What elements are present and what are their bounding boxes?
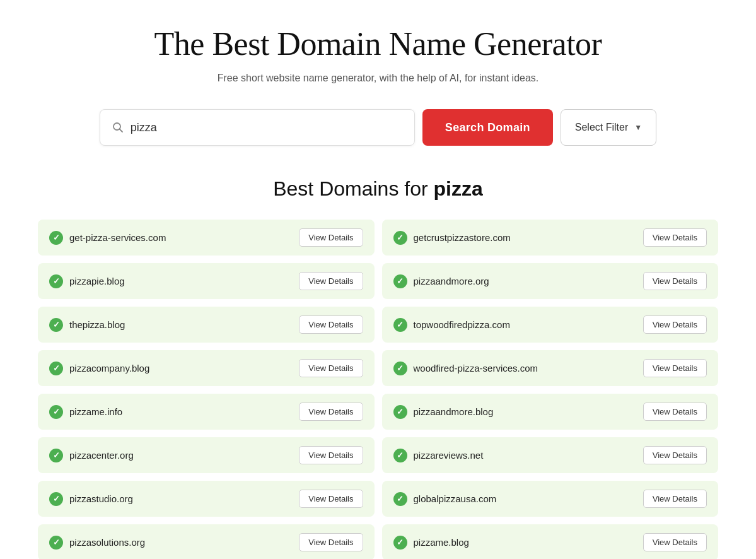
view-details-button[interactable]: View Details [643, 228, 707, 247]
domain-left: thepizza.blog [49, 318, 125, 332]
view-details-button[interactable]: View Details [299, 228, 363, 247]
view-details-button[interactable]: View Details [643, 315, 707, 334]
domain-name: pizzame.info [69, 406, 122, 417]
domain-row: pizzasolutions.org View Details [38, 524, 375, 559]
available-icon [49, 274, 63, 288]
filter-label: Select Filter [575, 122, 628, 133]
domain-left: pizzame.blog [393, 536, 469, 550]
domain-row: woodfired-pizza-services.com View Detail… [382, 350, 719, 386]
domain-row: pizzame.info View Details [38, 394, 375, 430]
view-details-button[interactable]: View Details [643, 272, 707, 290]
domain-left: pizzacenter.org [49, 449, 134, 462]
view-details-button[interactable]: View Details [299, 359, 363, 377]
domain-name: topwoodfiredpizza.com [414, 319, 510, 330]
available-icon [49, 492, 63, 506]
view-details-button[interactable]: View Details [299, 272, 363, 290]
domain-row: pizzapie.blog View Details [38, 263, 375, 299]
domain-left: globalpizzausa.com [393, 492, 497, 506]
domain-row: pizzame.blog View Details [382, 524, 719, 559]
search-input[interactable] [131, 121, 403, 134]
domain-name: pizzacompany.blog [69, 363, 149, 374]
domain-left: pizzastudio.org [49, 492, 133, 506]
domain-name: getcrustpizzastore.com [414, 232, 511, 243]
svg-line-1 [119, 129, 122, 132]
search-domain-button[interactable]: Search Domain [422, 109, 553, 146]
domain-name: get-pizza-services.com [69, 232, 166, 243]
search-section: Search Domain Select Filter ▼ [38, 109, 718, 146]
view-details-button[interactable]: View Details [299, 446, 363, 464]
domain-row: thepizza.blog View Details [38, 307, 375, 343]
domain-row: get-pizza-services.com View Details [38, 220, 375, 256]
domain-left: woodfired-pizza-services.com [393, 362, 538, 375]
domain-row: pizzaandmore.blog View Details [382, 394, 719, 430]
domains-grid: get-pizza-services.com View Details getc… [38, 220, 718, 559]
search-icon [112, 121, 124, 134]
domain-name: pizzastudio.org [69, 493, 133, 504]
filter-button[interactable]: Select Filter ▼ [561, 109, 656, 146]
domain-name: pizzareviews.net [414, 450, 484, 461]
domain-left: topwoodfiredpizza.com [393, 318, 510, 332]
view-details-button[interactable]: View Details [643, 490, 707, 508]
available-icon [393, 362, 407, 375]
available-icon [393, 449, 407, 462]
domain-left: pizzaandmore.blog [393, 405, 494, 419]
domain-name: pizzacenter.org [69, 450, 134, 461]
domain-row: getcrustpizzastore.com View Details [382, 220, 719, 256]
domain-row: pizzacompany.blog View Details [38, 350, 375, 386]
domain-row: pizzareviews.net View Details [382, 437, 719, 473]
domain-name: woodfired-pizza-services.com [414, 363, 538, 374]
domain-left: pizzacompany.blog [49, 362, 149, 375]
domain-left: pizzasolutions.org [49, 536, 145, 550]
domain-row: pizzaandmore.org View Details [382, 263, 719, 299]
available-icon [49, 536, 63, 550]
available-icon [393, 405, 407, 419]
available-icon [49, 449, 63, 462]
view-details-button[interactable]: View Details [643, 359, 707, 377]
domain-name: thepizza.blog [69, 319, 125, 330]
domain-row: globalpizzausa.com View Details [382, 481, 719, 517]
hero-subtitle: Free short website name generator, with … [38, 73, 718, 84]
page-title: The Best Domain Name Generator [38, 25, 718, 62]
domain-row: pizzacenter.org View Details [38, 437, 375, 473]
available-icon [393, 231, 407, 245]
domain-name: pizzaandmore.org [414, 276, 489, 286]
view-details-button[interactable]: View Details [299, 490, 363, 508]
domain-left: pizzapie.blog [49, 274, 125, 288]
view-details-button[interactable]: View Details [299, 403, 363, 421]
domain-left: pizzame.info [49, 405, 122, 419]
available-icon [393, 492, 407, 506]
search-box [100, 109, 415, 146]
domain-name: pizzame.blog [414, 537, 469, 548]
view-details-button[interactable]: View Details [643, 446, 707, 464]
available-icon [393, 318, 407, 332]
domain-row: pizzastudio.org View Details [38, 481, 375, 517]
domain-name: pizzasolutions.org [69, 537, 145, 548]
view-details-button[interactable]: View Details [643, 403, 707, 421]
domain-row: topwoodfiredpizza.com View Details [382, 307, 719, 343]
domain-left: get-pizza-services.com [49, 231, 166, 245]
available-icon [393, 536, 407, 550]
available-icon [49, 231, 63, 245]
domain-name: pizzaandmore.blog [414, 406, 494, 417]
domain-left: pizzaandmore.org [393, 274, 489, 288]
available-icon [49, 362, 63, 375]
domain-name: globalpizzausa.com [414, 493, 497, 504]
available-icon [393, 274, 407, 288]
available-icon [49, 318, 63, 332]
results-heading: Best Domains for pizza [38, 177, 718, 201]
available-icon [49, 405, 63, 419]
domain-left: getcrustpizzastore.com [393, 231, 511, 245]
view-details-button[interactable]: View Details [299, 533, 363, 551]
domain-name: pizzapie.blog [69, 276, 125, 286]
chevron-down-icon: ▼ [634, 123, 642, 132]
view-details-button[interactable]: View Details [643, 533, 707, 551]
domain-left: pizzareviews.net [393, 449, 484, 462]
view-details-button[interactable]: View Details [299, 315, 363, 334]
